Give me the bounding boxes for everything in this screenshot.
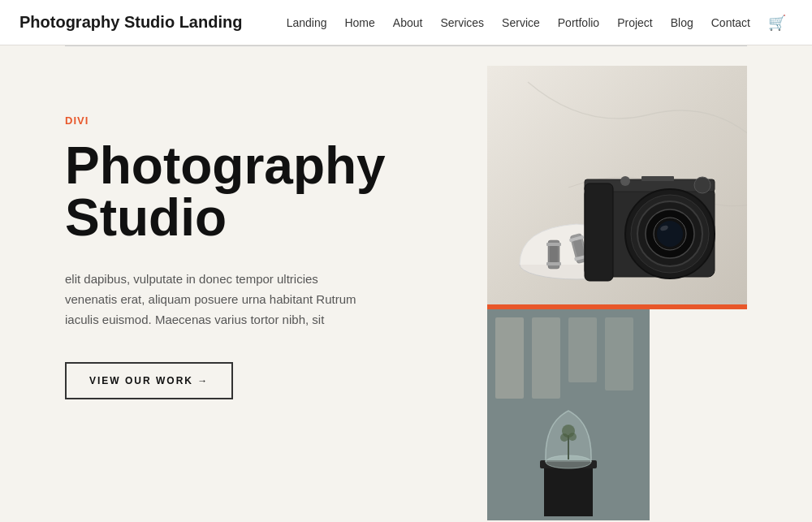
svg-rect-22 xyxy=(641,176,674,181)
nav-item-contact[interactable]: Contact xyxy=(705,13,757,32)
nav-item-blog[interactable]: Blog xyxy=(664,13,700,32)
svg-point-18 xyxy=(657,221,683,247)
svg-rect-24 xyxy=(495,317,524,399)
svg-rect-3 xyxy=(546,243,561,246)
hero-images-column xyxy=(487,66,747,520)
svg-rect-5 xyxy=(550,246,558,262)
camera-image xyxy=(487,66,747,309)
pedestal-image xyxy=(487,309,650,520)
hero-heading: Photography Studio xyxy=(65,140,455,244)
main-content: DIVI Photography Studio elit dapibus, vu… xyxy=(0,46,812,522)
nav-item-landing[interactable]: Landing xyxy=(280,13,334,32)
svg-point-20 xyxy=(694,177,710,193)
svg-point-34 xyxy=(568,433,577,441)
hero-section: DIVI Photography Studio elit dapibus, vu… xyxy=(65,66,747,520)
svg-rect-4 xyxy=(546,262,561,265)
svg-rect-12 xyxy=(585,183,613,281)
pedestal-scene xyxy=(487,309,650,520)
svg-rect-27 xyxy=(605,317,633,390)
pedestal-svg xyxy=(487,309,650,520)
orange-accent-line xyxy=(487,304,747,309)
nav-item-service[interactable]: Service xyxy=(495,13,546,32)
site-title: Photography Studio Landing xyxy=(19,13,242,32)
hero-description: elit dapibus, vulputate in donec tempor … xyxy=(65,270,374,330)
svg-rect-25 xyxy=(532,317,560,399)
hero-text-column: DIVI Photography Studio elit dapibus, vu… xyxy=(65,66,487,399)
camera-svg xyxy=(560,155,739,301)
nav-item-home[interactable]: Home xyxy=(338,13,381,32)
nav-item-project[interactable]: Project xyxy=(611,13,659,32)
svg-rect-26 xyxy=(568,317,597,382)
view-work-button[interactable]: VIEW OUR WORK → xyxy=(65,362,233,399)
camera-scene xyxy=(487,66,747,309)
site-header: Photography Studio Landing Landing Home … xyxy=(0,0,812,45)
svg-point-21 xyxy=(620,176,630,186)
nav-item-portfolio[interactable]: Portfolio xyxy=(551,13,606,32)
svg-rect-28 xyxy=(544,464,593,516)
svg-point-33 xyxy=(560,434,568,442)
main-nav: Landing Home About Services Service Port… xyxy=(280,11,793,35)
cart-icon[interactable]: 🛒 xyxy=(762,11,793,35)
nav-item-about[interactable]: About xyxy=(387,13,430,32)
nav-item-services[interactable]: Services xyxy=(434,13,490,32)
divi-label: DIVI xyxy=(65,114,455,127)
